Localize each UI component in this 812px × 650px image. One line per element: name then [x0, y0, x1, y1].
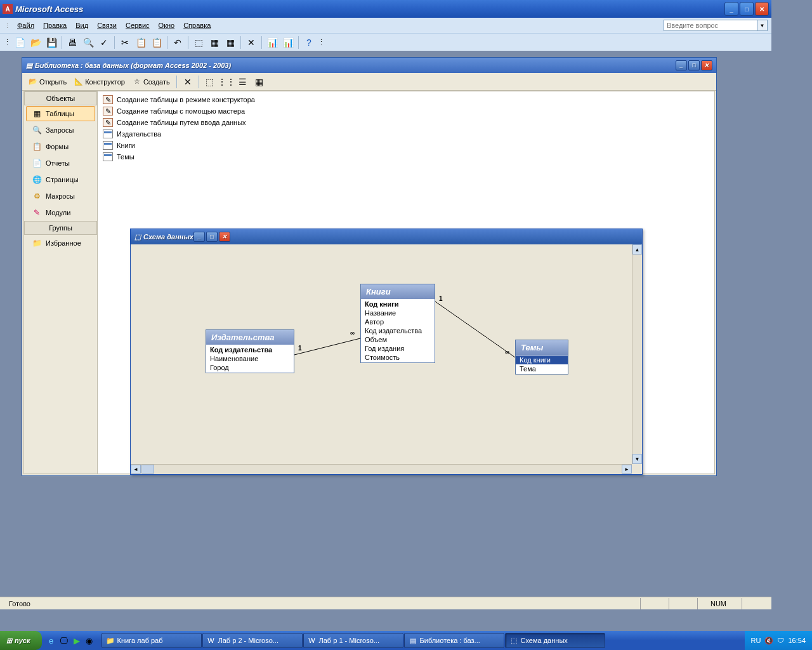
groups-header[interactable]: Группы: [24, 221, 97, 235]
maximize-button[interactable]: □: [740, 2, 754, 16]
field[interactable]: Наименование: [206, 354, 294, 363]
clear-layout-icon[interactable]: ✕: [244, 36, 258, 50]
table-topics[interactable]: Темы Код книги Тема: [515, 340, 568, 375]
scroll-down-button[interactable]: ▼: [632, 454, 642, 464]
menu-relationships[interactable]: Связи: [93, 20, 121, 30]
menu-view[interactable]: Вид: [72, 20, 92, 30]
nav-tables[interactable]: ▦Таблицы: [26, 106, 95, 121]
toolbar-grip[interactable]: ⋮: [4, 38, 11, 46]
db-design-button[interactable]: 📐Конструктор: [72, 76, 128, 88]
preview-icon[interactable]: 🔍: [81, 36, 95, 50]
db-minimize-button[interactable]: _: [676, 60, 687, 70]
task-button[interactable]: 📁Книга лаб раб: [102, 633, 202, 648]
list-view-icon[interactable]: ☰: [236, 75, 250, 89]
nav-pages[interactable]: 🌐Страницы: [26, 172, 95, 187]
schema-close-button[interactable]: ✕: [219, 232, 230, 242]
field[interactable]: Название: [361, 308, 435, 317]
field-selected[interactable]: Код книги: [516, 355, 568, 364]
scroll-left-button[interactable]: ◄: [131, 465, 141, 474]
desktop-icon[interactable]: 🖵: [58, 635, 70, 646]
menu-help[interactable]: Справка: [180, 20, 214, 30]
list-item[interactable]: Книги: [100, 140, 712, 151]
delete-icon[interactable]: ✕: [181, 75, 195, 89]
schema-canvas[interactable]: 1 ∞ 1 ∞ Издательства Код издательства На…: [131, 244, 642, 474]
field-pk[interactable]: Код издательства: [206, 345, 294, 354]
list-item[interactable]: ✎Создание таблицы с помощью мастера: [100, 105, 712, 117]
task-button[interactable]: ▤Библиотека : баз...: [404, 633, 504, 648]
relationships-icon[interactable]: ⬚: [192, 36, 206, 50]
save-icon[interactable]: 💾: [44, 36, 58, 50]
show-direct-icon[interactable]: ▦: [223, 36, 237, 50]
clock[interactable]: 16:54: [788, 637, 806, 644]
horizontal-scrollbar[interactable]: ◄ ►: [131, 464, 632, 474]
nav-macros[interactable]: ⚙Макросы: [26, 189, 95, 204]
print-icon[interactable]: 🖶: [65, 36, 79, 50]
field[interactable]: Автор: [361, 317, 435, 326]
table-title[interactable]: Темы: [516, 340, 568, 355]
open-icon[interactable]: 📂: [29, 36, 43, 50]
tray-icon[interactable]: 🛡: [777, 637, 784, 644]
toolbar-grip[interactable]: ⋮: [4, 22, 11, 30]
toolbar-grip[interactable]: ⋮: [318, 38, 325, 46]
list-item[interactable]: ✎Создание таблицы путем ввода данных: [100, 117, 712, 128]
help-dropdown-button[interactable]: ▼: [757, 20, 768, 31]
menu-tools[interactable]: Сервис: [122, 20, 154, 30]
copy-icon[interactable]: 📋: [134, 36, 148, 50]
small-icons-icon[interactable]: ⋮⋮: [219, 75, 233, 89]
field[interactable]: Стоимость: [361, 353, 435, 362]
field[interactable]: Тема: [516, 364, 568, 373]
db-maximize-button[interactable]: □: [688, 60, 700, 70]
db-close-button[interactable]: ✕: [701, 60, 712, 70]
help-icon[interactable]: ?: [302, 36, 316, 50]
objects-header[interactable]: Объекты: [24, 91, 97, 105]
table-title[interactable]: Книги: [361, 284, 435, 299]
details-view-icon[interactable]: ▦: [252, 75, 266, 89]
task-button[interactable]: WЛаб р 1 - Microso...: [303, 633, 403, 648]
ie-icon[interactable]: e: [46, 635, 57, 646]
nav-queries[interactable]: 🔍Запросы: [26, 123, 95, 138]
language-indicator[interactable]: RU: [751, 637, 761, 644]
schema-maximize-button[interactable]: □: [206, 232, 218, 242]
list-item[interactable]: ✎Создание таблицы в режиме конструктора: [100, 94, 712, 105]
nav-reports[interactable]: 📄Отчеты: [26, 156, 95, 171]
list-item[interactable]: Темы: [100, 151, 712, 162]
field[interactable]: Город: [206, 363, 294, 372]
new-icon[interactable]: 📄: [13, 36, 27, 50]
media-icon[interactable]: ▶: [71, 635, 82, 646]
db-new-button[interactable]: ☆Создать: [130, 76, 173, 88]
nav-modules[interactable]: ✎Модули: [26, 205, 95, 220]
field[interactable]: Код издательства: [361, 326, 435, 335]
field[interactable]: Объем: [361, 335, 435, 344]
field[interactable]: Год издания: [361, 344, 435, 353]
tray-icon[interactable]: 🔇: [764, 637, 773, 645]
nav-forms[interactable]: 📋Формы: [26, 139, 95, 154]
list-item[interactable]: Издательства: [100, 128, 712, 140]
table-publishers[interactable]: Издательства Код издательства Наименован…: [206, 329, 294, 373]
scroll-right-button[interactable]: ►: [622, 465, 632, 474]
db-open-button[interactable]: 📂Открыть: [26, 76, 69, 88]
large-icons-icon[interactable]: ⬚: [203, 75, 217, 89]
paste-icon[interactable]: 📋: [150, 36, 164, 50]
menu-window[interactable]: Окно: [155, 20, 179, 30]
nav-favorites[interactable]: 📁Избранное: [26, 235, 95, 251]
close-button[interactable]: ✕: [755, 2, 769, 16]
vertical-scrollbar[interactable]: ▲ ▼: [632, 244, 642, 464]
show-table-icon[interactable]: ▦: [207, 36, 221, 50]
table-title[interactable]: Издательства: [206, 330, 294, 345]
task-button-active[interactable]: ⬚Схема данных: [505, 633, 605, 648]
scroll-up-button[interactable]: ▲: [632, 244, 642, 255]
task-button[interactable]: WЛаб р 2 - Microso...: [202, 633, 303, 648]
undo-icon[interactable]: ↶: [171, 36, 185, 50]
office-links-icon[interactable]: 📊: [265, 36, 279, 50]
table-books[interactable]: Книги Код книги Название Автор Код издат…: [360, 284, 435, 363]
menu-edit[interactable]: Правка: [39, 20, 70, 30]
minimize-button[interactable]: _: [724, 2, 738, 16]
start-button[interactable]: ⊞ пуск: [0, 631, 42, 650]
help-search-input[interactable]: [664, 20, 757, 31]
schema-minimize-button[interactable]: _: [193, 232, 205, 242]
app-icon[interactable]: ◉: [84, 635, 95, 646]
scroll-thumb[interactable]: [141, 465, 154, 474]
cut-icon[interactable]: ✂: [118, 36, 132, 50]
field-pk[interactable]: Код книги: [361, 300, 435, 308]
menu-file[interactable]: Файл: [13, 20, 38, 30]
